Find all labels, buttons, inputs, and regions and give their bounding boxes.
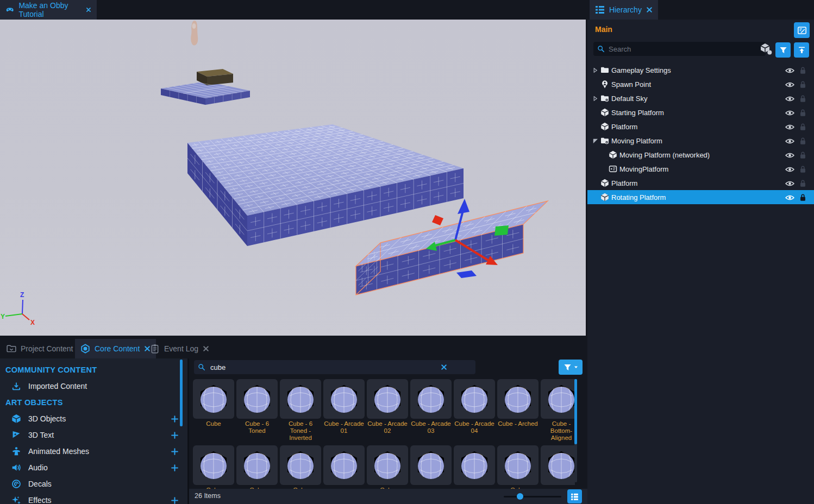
expander-caret-icon[interactable] [591,67,599,73]
project-tab[interactable]: Make an Obby Tutorial [0,0,97,20]
content-tile[interactable]: Cube [280,445,321,489]
content-tile[interactable]: Cube - 6 Toned [236,379,278,441]
scene-settings-button[interactable] [794,22,810,38]
sidebar-item[interactable]: 3D Text [0,427,187,443]
viewport-3d[interactable]: Z Y X [0,20,586,336]
gizmo-plane-handle-green[interactable] [494,225,509,236]
grid-scrollbar-thumb[interactable] [574,379,577,444]
hierarchy-item[interactable]: Default Sky [587,91,814,105]
hierarchy-tab[interactable]: Hierarchy [590,0,658,20]
expander-caret-icon[interactable] [599,152,608,158]
add-icon[interactable] [171,496,179,504]
sidebar-scrollbar[interactable] [180,360,183,426]
sidebar-item[interactable]: Animated Meshes [0,443,187,459]
visibility-eye-icon[interactable] [785,165,794,173]
visibility-eye-icon[interactable] [785,123,794,131]
hierarchy-search-input[interactable] [593,42,766,56]
visibility-eye-icon[interactable] [785,179,794,187]
hierarchy-item[interactable]: MovingPlatform [587,162,814,176]
content-tile[interactable]: Cube [193,445,234,489]
hierarchy-item[interactable]: Moving Platform [587,134,814,148]
hierarchy-filter-button[interactable] [775,42,791,58]
cube-thumbnail [323,445,365,485]
thumbnail-size-slider[interactable] [504,496,561,497]
lock-icon[interactable] [799,165,806,173]
lock-icon[interactable] [799,108,806,117]
sidebar-item[interactable]: Audio [0,459,187,476]
content-tile[interactable]: Cube - 6 Toned - Inverted [280,379,321,441]
content-tile[interactable]: Cube - Arched [497,379,539,441]
visibility-eye-icon[interactable] [785,80,794,89]
content-tile[interactable]: Cube - Arcade 02 [367,379,408,441]
text3d-icon [10,430,23,440]
content-tile[interactable]: Cube [497,445,539,489]
content-tile[interactable]: Cube [367,445,408,489]
hierarchy-item[interactable]: Platform [587,119,814,134]
content-tile[interactable]: Cube - Bottom-Aligned [541,379,575,441]
add-icon[interactable] [171,463,179,472]
close-icon[interactable] [646,7,653,13]
expander-caret-icon[interactable] [599,166,608,172]
sidebar-item[interactable]: 3D Objects [0,411,187,427]
expander-caret-icon[interactable] [591,194,599,200]
slider-thumb[interactable] [517,493,523,500]
filter-icon [563,363,572,371]
expander-caret-icon[interactable] [591,180,599,186]
cube-thumbnail [280,379,321,419]
content-tile[interactable] [541,445,575,489]
lock-icon[interactable] [799,179,806,187]
sidebar-item[interactable]: Effects [0,492,187,504]
close-icon[interactable] [203,345,209,352]
content-tile[interactable]: Cube [193,379,234,441]
visibility-eye-icon[interactable] [785,193,794,201]
clear-search-icon[interactable] [441,364,447,370]
hierarchy-tree: Gameplay Settings Spawn Point [587,63,814,204]
lock-icon[interactable] [799,193,806,201]
content-tile[interactable] [410,445,452,489]
lock-icon[interactable] [799,80,806,89]
hierarchy-item[interactable]: Rotating Platform [587,190,814,204]
hierarchy-item[interactable]: Moving Platform (networked) [587,148,814,162]
cube-dot-icon[interactable] [760,43,772,55]
lock-icon[interactable] [799,66,806,74]
expander-caret-icon[interactable] [591,124,599,130]
content-tile[interactable]: Cube - Arcade 04 [454,379,495,441]
visibility-eye-icon[interactable] [785,109,794,117]
lock-icon[interactable] [799,136,806,145]
crate-object[interactable] [197,69,233,85]
close-icon[interactable] [86,7,91,13]
visibility-eye-icon[interactable] [785,94,794,103]
hierarchy-item[interactable]: Spawn Point [587,77,814,91]
view-mode-button[interactable] [567,489,582,503]
content-tile[interactable]: Cube - Arcade 03 [410,379,452,441]
visibility-eye-icon[interactable] [785,137,794,145]
publish-button[interactable] [794,42,809,58]
lock-icon[interactable] [799,122,806,131]
expander-caret-icon[interactable] [591,96,599,102]
visibility-eye-icon[interactable] [785,66,794,74]
hierarchy-item[interactable]: Starting Platform [587,105,814,119]
expander-caret-icon[interactable] [591,110,599,116]
content-tile[interactable]: Cube - Arcade 01 [323,379,365,441]
lock-icon[interactable] [799,150,806,159]
add-icon[interactable] [171,431,179,440]
content-tile[interactable] [454,445,495,489]
expander-caret-icon[interactable] [591,138,599,144]
content-search-input[interactable] [194,360,475,374]
hierarchy-panel: Hierarchy Main Gamepl [587,0,814,504]
content-filter-button[interactable] [559,360,583,375]
hierarchy-item[interactable]: Gameplay Settings [587,63,814,77]
content-tab[interactable]: Core Content [75,339,156,358]
expander-caret-icon[interactable] [591,81,599,87]
content-tile[interactable] [323,445,365,489]
sidebar-item[interactable]: Decals [0,476,187,492]
add-icon[interactable] [171,414,179,424]
content-tile[interactable]: Cube [236,445,278,489]
sidebar-item[interactable]: Imported Content [0,378,187,394]
content-tab[interactable]: Event Log [145,339,215,358]
add-icon[interactable] [171,447,179,456]
visibility-eye-icon[interactable] [785,151,794,159]
lock-icon[interactable] [799,94,806,103]
hierarchy-item[interactable]: Platform [587,176,814,190]
content-browser: Cube Cube - 6 Toned Cube - 6 Toned - Inv… [189,358,587,504]
